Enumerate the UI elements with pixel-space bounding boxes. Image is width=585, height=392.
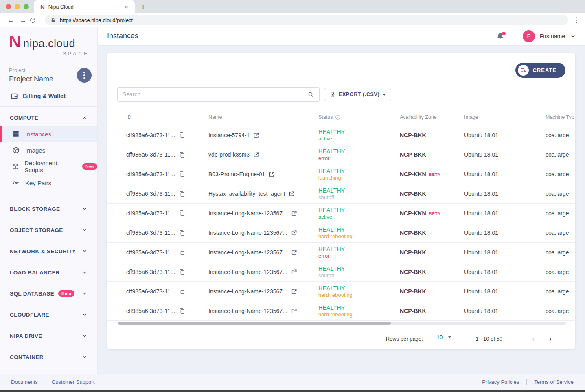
copy-id-button[interactable] bbox=[179, 191, 185, 197]
next-page-button[interactable]: › bbox=[542, 335, 559, 343]
back-button[interactable]: ← bbox=[5, 16, 17, 24]
sidebar-section-nipa-drive[interactable]: NIPA DRIVE bbox=[0, 325, 97, 346]
copy-id-button[interactable] bbox=[179, 210, 185, 217]
export-csv-button[interactable]: EXPORT (.CSV) bbox=[324, 88, 391, 101]
instance-name-link[interactable]: Instance-Long-Name-123567... bbox=[208, 269, 287, 275]
instance-id: cff985a6-3d73-11... bbox=[126, 210, 175, 217]
copy-id-button[interactable] bbox=[179, 132, 185, 138]
footer-link-documents[interactable]: Documents bbox=[11, 379, 38, 385]
sidebar-section-sql-database[interactable]: SQL DATABASE Beta bbox=[0, 283, 97, 304]
copy-id-button[interactable] bbox=[179, 171, 185, 177]
footer-link-terms-of-service[interactable]: Terms of Service bbox=[534, 379, 574, 385]
sidebar-section-cloudflare[interactable]: CLOUDFLARE bbox=[0, 304, 97, 325]
sidebar-section-load-balancer[interactable]: LOAD BALANCER bbox=[0, 262, 97, 283]
avatar[interactable]: F bbox=[523, 30, 535, 42]
column-header-id[interactable]: ID bbox=[126, 114, 131, 120]
sidebar-item-billing-wallet[interactable]: Billing & Wallet bbox=[0, 83, 97, 106]
user-name: Firstname bbox=[540, 33, 565, 39]
open-instance-button[interactable] bbox=[291, 210, 297, 217]
external-link-icon bbox=[291, 289, 297, 295]
footer-link-privacy-policies[interactable]: Privacy Policies bbox=[482, 379, 519, 385]
sidebar-section-container[interactable]: CONTAINER bbox=[0, 346, 97, 368]
copy-id-button[interactable] bbox=[179, 288, 185, 295]
footer-divider bbox=[526, 379, 527, 385]
browser-menu-button[interactable] bbox=[572, 15, 581, 25]
open-instance-button[interactable] bbox=[269, 171, 275, 177]
page-footer: Documents Customer Support Privacy Polic… bbox=[0, 374, 585, 390]
copy-id-button[interactable] bbox=[179, 249, 185, 256]
notifications-button[interactable] bbox=[493, 31, 508, 42]
instance-name-link[interactable]: B03-Promo-Engine-01 bbox=[208, 171, 265, 177]
copy-id-button[interactable] bbox=[179, 151, 185, 158]
sidebar-section-network-security[interactable]: NETWORK & SECURITY bbox=[0, 241, 97, 262]
external-link-icon bbox=[253, 152, 259, 158]
sidebar-item-images[interactable]: Images bbox=[0, 142, 97, 158]
footer-link-customer-support[interactable]: Customer Support bbox=[52, 379, 95, 385]
forward-button[interactable]: → bbox=[17, 16, 29, 24]
copy-icon bbox=[179, 171, 185, 177]
search-input[interactable] bbox=[123, 91, 307, 98]
instance-name-link[interactable]: Instance-Long-Name-123567... bbox=[208, 288, 287, 295]
main-header: Instances F Firstname bbox=[98, 27, 585, 46]
copy-id-button[interactable] bbox=[179, 308, 185, 314]
open-instance-button[interactable] bbox=[291, 289, 297, 295]
brand-logo[interactable]: N nipa.cloud SPACE bbox=[0, 27, 97, 57]
open-instance-button[interactable] bbox=[291, 250, 297, 256]
copy-id-button[interactable] bbox=[179, 230, 185, 236]
machine-type: coa.large bbox=[546, 301, 573, 321]
column-header-name[interactable]: Name bbox=[208, 114, 222, 120]
instance-name-link[interactable]: Instance-Long-Name-123567... bbox=[208, 230, 287, 236]
column-header-image[interactable]: Image bbox=[464, 114, 478, 120]
instance-name-link[interactable]: Hystax_availability_test_agent bbox=[208, 191, 285, 197]
project-menu-button[interactable] bbox=[77, 68, 92, 83]
open-instance-button[interactable] bbox=[291, 308, 297, 314]
open-instance-button[interactable] bbox=[253, 132, 259, 138]
sidebar-section-object-storage[interactable]: OBJECT STORAGE bbox=[0, 219, 97, 241]
sidebar-item-deployment-scripts[interactable]: Deployment Scripts New bbox=[0, 158, 97, 175]
create-button[interactable]: CREATE bbox=[515, 63, 565, 78]
open-instance-button[interactable] bbox=[253, 152, 259, 158]
window-zoom-button[interactable] bbox=[24, 4, 29, 9]
rows-per-page-select[interactable]: 10 bbox=[435, 334, 453, 343]
tab-close-icon[interactable]: × bbox=[123, 3, 130, 11]
sub-status: launching bbox=[318, 175, 341, 181]
sidebar-section-block-storage[interactable]: BLOCK STORAGE bbox=[0, 198, 97, 219]
sidebar-item-label: Images bbox=[25, 147, 45, 154]
instance-name-link[interactable]: Instance-Long-Name-123567... bbox=[208, 249, 287, 256]
image-name: Ubuntu 18.01 bbox=[464, 184, 498, 204]
servers-icon bbox=[12, 130, 20, 138]
key-icon bbox=[12, 179, 20, 186]
search-icon[interactable] bbox=[307, 91, 314, 98]
info-icon[interactable] bbox=[335, 114, 341, 120]
address-bar[interactable]: https://space.nipa.cloud/project bbox=[45, 15, 568, 25]
new-tab-button[interactable]: + bbox=[138, 2, 148, 11]
open-instance-button[interactable] bbox=[289, 191, 295, 197]
copy-id-button[interactable] bbox=[179, 269, 185, 275]
sidebar-item-key-pairs[interactable]: Key Pairs bbox=[0, 175, 97, 191]
sidebar-item-label: Instances bbox=[25, 131, 51, 138]
table-header: ID Name Status Availability Zone Image M… bbox=[107, 111, 575, 125]
open-instance-button[interactable] bbox=[291, 269, 297, 275]
copy-icon bbox=[179, 210, 185, 217]
column-header-availability-zone[interactable]: Availability Zone bbox=[400, 114, 437, 120]
column-header-status[interactable]: Status bbox=[318, 114, 341, 120]
user-menu-button[interactable] bbox=[570, 33, 576, 39]
column-header-machine-type[interactable]: Machine Type bbox=[546, 114, 574, 120]
horizontal-scrollbar[interactable] bbox=[118, 322, 566, 325]
sub-status: error bbox=[318, 155, 329, 162]
reload-button[interactable] bbox=[29, 17, 42, 24]
instance-name-link[interactable]: Instance-Long-Name-123567... bbox=[208, 308, 287, 314]
open-instance-button[interactable] bbox=[291, 230, 297, 236]
browser-tab[interactable]: N Nipa Cloud × bbox=[34, 0, 135, 13]
instance-name-link[interactable]: vdp-prod-k8sm3 bbox=[208, 151, 250, 158]
machine-type: coa.large bbox=[546, 204, 573, 223]
sidebar-item-instances[interactable]: Instances bbox=[0, 126, 97, 142]
sidebar-section-compute[interactable]: COMPUTE bbox=[0, 107, 97, 126]
instance-name-link[interactable]: Instance-Long-Name-123567... bbox=[208, 210, 287, 217]
chevron-down-icon bbox=[82, 312, 88, 318]
instance-name-link[interactable]: Instance-5794-1 bbox=[208, 132, 250, 138]
window-close-button[interactable] bbox=[6, 4, 11, 9]
previous-page-button[interactable]: ‹ bbox=[525, 335, 542, 343]
window-minimize-button[interactable] bbox=[15, 4, 20, 9]
scrollbar-thumb[interactable] bbox=[118, 322, 391, 325]
